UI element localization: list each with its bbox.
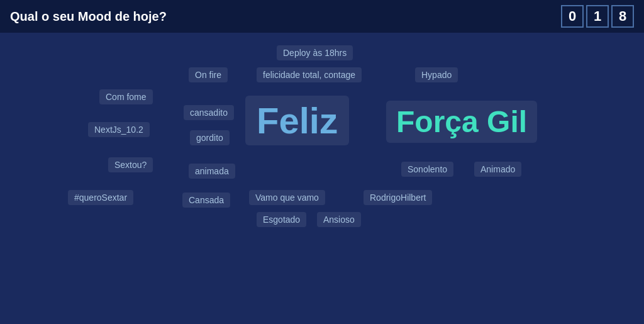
word-feliz[interactable]: Feliz — [245, 96, 349, 145]
word-rodrigo[interactable]: RodrigoHilbert — [364, 190, 432, 205]
word-ansioso[interactable]: Ansioso — [317, 212, 361, 227]
page-title: Qual o seu Mood de hoje? — [10, 9, 167, 24]
score-digit-0: 0 — [561, 5, 584, 28]
word-nextjs[interactable]: NextJs_10.2 — [88, 122, 150, 137]
score-display: 0 1 8 — [561, 5, 634, 28]
word-esgotado[interactable]: Esgotado — [257, 212, 306, 227]
word-hypado[interactable]: Hypado — [415, 67, 458, 82]
word-animado[interactable]: Animado — [474, 162, 521, 177]
word-com-fome[interactable]: Com fome — [99, 89, 153, 104]
word-sonolento[interactable]: Sonolento — [401, 162, 453, 177]
score-digit-1: 1 — [586, 5, 609, 28]
word-vamo-que-vamo[interactable]: Vamo que vamo — [249, 190, 325, 205]
word-cansada[interactable]: Cansada — [182, 193, 230, 208]
word-cloud-area: Deploy às 18hrsOn firefelicidade total, … — [0, 33, 644, 324]
word-felicidade[interactable]: felicidade total, contage — [257, 67, 362, 82]
word-sextou[interactable]: Sextou? — [108, 157, 153, 172]
header: Qual o seu Mood de hoje? 0 1 8 — [0, 0, 644, 33]
word-on-fire[interactable]: On fire — [189, 67, 228, 82]
word-deploy[interactable]: Deploy às 18hrs — [277, 45, 353, 60]
word-gordito[interactable]: gordito — [190, 130, 230, 145]
word-animada[interactable]: animada — [189, 164, 235, 179]
word-forca-gil[interactable]: Força Gil — [386, 101, 537, 143]
score-digit-2: 8 — [611, 5, 634, 28]
word-quero-sextar[interactable]: #queroSextar — [68, 190, 133, 205]
word-cansadito[interactable]: cansadito — [184, 105, 234, 120]
